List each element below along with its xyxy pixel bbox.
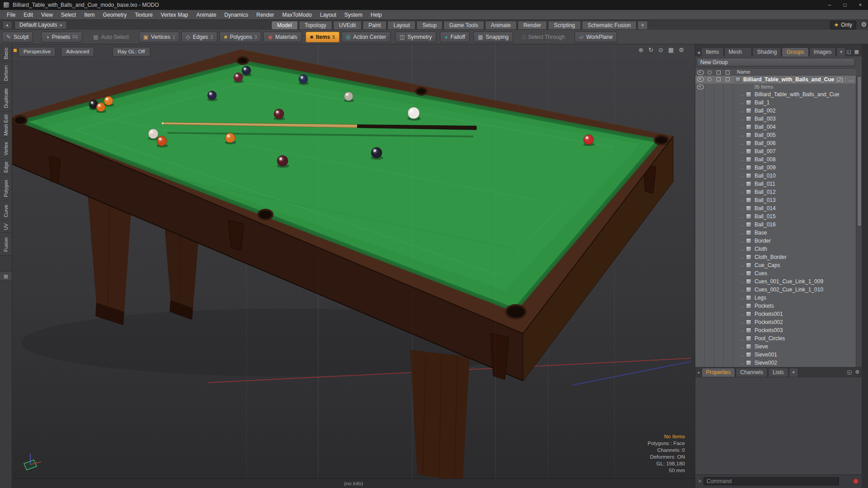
panel-tab-properties[interactable]: Properties [702, 368, 736, 377]
toolbar-falloff-button[interactable]: ◕Falloff [440, 32, 470, 42]
record-indicator-icon[interactable] [853, 479, 859, 484]
tree-item-ball-004[interactable]: →Ball_004 [695, 123, 856, 131]
tree-item-ball-015[interactable]: →Ball_015 [695, 212, 856, 221]
lock-toggle-icon[interactable] [717, 77, 721, 81]
menu-animate[interactable]: Animate [192, 10, 220, 20]
tree-item-cues-001-cue-link-1-009[interactable]: →Cues_001_Cue_Link_1_009 [695, 277, 856, 286]
tree-item-ball-002[interactable]: →Ball_002 [695, 107, 856, 115]
tree-item-border[interactable]: →Border [695, 237, 856, 245]
select-toggle-icon[interactable] [726, 77, 730, 81]
layout-tab-schematic-fusion[interactable]: Schematic Fusion [582, 21, 637, 30]
add-layout-tab-button[interactable]: + [637, 21, 648, 30]
layout-tab-topology[interactable]: Topology [299, 21, 332, 30]
tree-item-ball-007[interactable]: →Ball_007 [695, 147, 856, 155]
menu-vertex-map[interactable]: Vertex Map [157, 10, 193, 20]
menu-render[interactable]: Render [252, 10, 278, 20]
layout-tab-uvedit[interactable]: UVEdit [333, 21, 362, 30]
tree-item-cue-caps[interactable]: →Cue_Caps [695, 261, 856, 269]
layout-tab-animate[interactable]: Animate [485, 21, 517, 30]
layout-tab-scripting[interactable]: Scripting [548, 21, 581, 30]
side-tab-uv[interactable]: UV [0, 221, 12, 233]
tree-scrollbar-thumb[interactable] [857, 76, 862, 226]
toolbar-sculpt-button[interactable]: ✎Sculpt [2, 32, 33, 42]
panel-options-icon[interactable]: ⚙ [855, 369, 859, 375]
expand-panel-icon[interactable]: ◱ [847, 369, 852, 375]
tree-item-legs[interactable]: →Legs [695, 294, 856, 302]
tree-item-cloth-border[interactable]: →Cloth_Border [695, 253, 856, 261]
toolbar-select-through-button[interactable]: □Select Through [518, 32, 569, 42]
visibility-eye-icon[interactable] [697, 84, 704, 89]
panel-expander-icon[interactable]: ▸ [698, 370, 700, 375]
panel-tab-mesh-ops[interactable]: Mesh Ops [724, 47, 752, 56]
side-tab-duplicate[interactable]: Duplicate [0, 84, 12, 112]
tree-item-pockets003[interactable]: →Pockets003 [695, 326, 856, 334]
tree-item-billiard-table-with-balls-and-cue[interactable]: →Billiard_Table_with_Balls_and_Cue [695, 90, 856, 99]
side-tab-polygon[interactable]: Polygon [0, 175, 12, 202]
panel-tab-channels[interactable]: Channels [736, 368, 768, 377]
toolbar-edges-button[interactable]: ◇Edges2 [181, 32, 217, 42]
tree-item-ball-009[interactable]: →Ball_009 [695, 164, 856, 172]
scroll-tabs-left-icon[interactable]: ◀ [697, 51, 700, 55]
toolbar-action-center-button[interactable]: ◎Action Center [341, 32, 391, 42]
side-tab-basic[interactable]: Basic [0, 44, 12, 62]
tree-scrollbar[interactable] [856, 75, 862, 367]
layout-tab-paint[interactable]: Paint [363, 21, 387, 30]
tree-item-sieve002[interactable]: →Sieve002 [695, 359, 856, 367]
layout-switcher-button[interactable]: Default Layouts▾ [14, 21, 67, 29]
toolbar-auto-select-button[interactable]: ▦Auto Select [89, 32, 133, 42]
menu-file[interactable]: File [3, 10, 19, 20]
panel-tab-items[interactable]: Items [701, 47, 723, 56]
toolbar-snapping-button[interactable]: ▦Snapping [473, 32, 513, 42]
tree-item-ball-014[interactable]: →Ball_014 [695, 204, 856, 212]
render-toggle-icon[interactable] [708, 77, 712, 81]
tree-item-sieve001[interactable]: →Sieve001 [695, 351, 856, 359]
panel-menu-icon[interactable]: ▦ [854, 49, 859, 55]
tree-item-ball-016[interactable]: →Ball_016 [695, 221, 856, 229]
tree-item-pockets[interactable]: →Pockets [695, 302, 856, 310]
tree-item-ball-1[interactable]: →Ball_1 [695, 99, 856, 107]
tree-item-ball-010[interactable]: →Ball_010 [695, 172, 856, 180]
layout-tab-setup[interactable]: Setup [416, 21, 442, 30]
toolbar-symmetry-button[interactable]: ◫Symmetry [395, 32, 436, 42]
menu-layout[interactable]: Layout [316, 10, 340, 20]
side-tab-mesh-edit[interactable]: Mesh Edit [0, 112, 12, 138]
viewport-3d[interactable]: PerspectiveAdvancedRay GL: Off ⊕↻⊙▦⚙ No … [12, 44, 695, 479]
gear-icon[interactable]: ⚙ [861, 21, 867, 28]
tree-item-ball-003[interactable]: →Ball_003 [695, 115, 856, 123]
toolbar-vertices-button[interactable]: ▣Vertices1 [139, 32, 180, 42]
side-tab-fusion[interactable]: Fusion [0, 233, 12, 256]
toolbar-polygons-button[interactable]: ■Polygons3 [219, 32, 261, 42]
side-tab-deform[interactable]: Deform [0, 62, 12, 84]
menu-select[interactable]: Select [57, 10, 80, 20]
add-panel-tab-button[interactable]: + [836, 47, 846, 56]
layout-tab-model[interactable]: Model [271, 21, 298, 30]
tree-item-cues-002-cue-link-1-010[interactable]: →Cues_002_Cue_Link_1_010 [695, 286, 856, 294]
menu-item[interactable]: Item [80, 10, 99, 20]
window-close-button[interactable]: × [853, 0, 868, 10]
tree-item-ball-005[interactable]: →Ball_005 [695, 131, 856, 139]
workplane-popover-icon[interactable]: ▦ [0, 271, 12, 281]
menu-maxtomodo[interactable]: MaxToModo [278, 10, 316, 20]
window-minimize-button[interactable]: – [822, 0, 837, 10]
only-toggle-button[interactable]: ★Only [830, 21, 856, 29]
menu-edit[interactable]: Edit [19, 10, 37, 20]
tree-item-cues[interactable]: →Cues [695, 269, 856, 277]
tree-item-ball-008[interactable]: →Ball_008 [695, 155, 856, 164]
toolbar-items-button[interactable]: ■Items5 [306, 32, 340, 42]
side-tab-edge[interactable]: Edge [0, 159, 12, 175]
tree-item-ball-006[interactable]: →Ball_006 [695, 139, 856, 147]
expand-panel-icon[interactable]: ◱ [846, 49, 851, 55]
window-maximize-button[interactable]: □ [837, 0, 853, 10]
toolbar-workplane-button[interactable]: ▱WorkPlane [575, 32, 617, 42]
visibility-eye-icon[interactable] [697, 77, 704, 82]
menu-texture[interactable]: Texture [131, 10, 156, 20]
layout-up-button[interactable]: ▲ [2, 21, 12, 29]
toolbar-presets-button[interactable]: ◑PresetsF6 [41, 32, 82, 42]
layout-tab-layout[interactable]: Layout [387, 21, 415, 30]
tree-item-pockets001[interactable]: →Pockets001 [695, 310, 856, 318]
panel-tab-images[interactable]: Images [809, 47, 836, 56]
menu-dynamics[interactable]: Dynamics [220, 10, 252, 20]
toolbar-materials-button[interactable]: ◉Materials [263, 32, 302, 42]
tree-item-pool-circles[interactable]: →Pool_Circles [695, 334, 856, 343]
tree-item-sieve[interactable]: →Sieve [695, 343, 856, 351]
